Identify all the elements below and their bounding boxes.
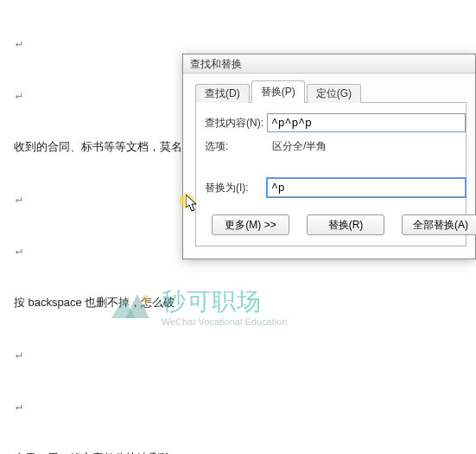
more-button[interactable]: 更多(M) >> [212,214,289,235]
label-replace-with: 替换为(I): [205,181,267,195]
replace-with-input[interactable] [267,178,466,197]
replace-all-button[interactable]: 全部替换(A) [402,214,476,235]
dialog-title[interactable]: 查找和替换 [183,54,475,74]
find-what-input[interactable] [267,113,466,132]
tab-find[interactable]: 查找(D) [195,84,250,103]
dialog-tabs: 查找(D) 替换(P) 定位(G) [195,80,466,103]
options-value: 区分全/半角 [272,139,466,154]
find-replace-dialog: 查找和替换 查找(D) 替换(P) 定位(G) 查找内容(N): 选项: 区分全… [182,54,476,259]
label-find-what: 查找内容(N): [205,116,267,131]
tab-replace[interactable]: 替换(P) [251,80,305,103]
doc-line: 按 backspace 也删不掉，怎么破 [14,296,175,309]
tab-goto[interactable]: 定位(G) [307,84,361,103]
label-options: 选项: [205,139,272,154]
replace-button[interactable]: 替换(R) [307,214,384,235]
